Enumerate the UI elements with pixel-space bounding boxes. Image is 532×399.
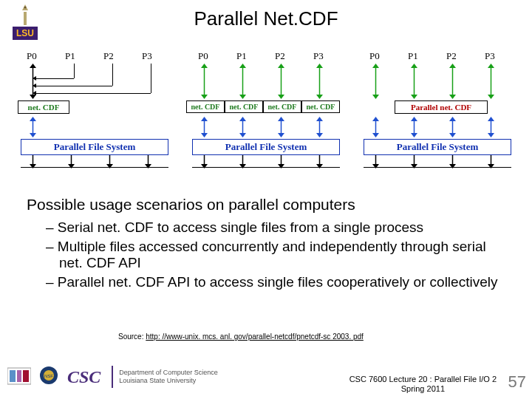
footer-logos: NSF CSC Department of Computer Science L…	[7, 365, 259, 395]
subheading: Possible usage scenarios on parallel com…	[27, 196, 355, 213]
source-link[interactable]: http: //www-unix. mcs. anl. gov/parallel…	[146, 332, 364, 341]
svg-marker-39	[316, 117, 323, 121]
svg-marker-24	[239, 64, 246, 68]
csc-logo: CSC	[67, 367, 100, 387]
bullet-item: – Parallel net. CDF API to access single…	[46, 274, 507, 290]
netcdf-box: net. CDF	[186, 100, 225, 113]
footer-line1: CSC 7600 Lecture 20 : Parallel File I/O …	[349, 375, 497, 383]
dept-name: Department of Computer Science	[119, 369, 218, 376]
source-prefix: Source:	[118, 332, 146, 341]
svg-marker-7	[30, 117, 36, 121]
svg-marker-10	[30, 164, 36, 168]
svg-marker-63	[372, 133, 379, 137]
footer-text: CSC 7600 Lecture 20 : Parallel File I/O …	[349, 375, 497, 395]
proc-label: P0	[198, 50, 208, 62]
proc-label: P0	[369, 50, 380, 62]
svg-marker-18	[201, 64, 208, 68]
body-text: Possible usage scenarios on parallel com…	[27, 196, 507, 293]
svg-marker-25	[239, 95, 246, 99]
svg-marker-72	[488, 133, 494, 137]
svg-marker-56	[449, 64, 456, 68]
svg-marker-71	[488, 117, 494, 121]
proc-label: P3	[485, 50, 495, 62]
svg-marker-69	[449, 133, 456, 137]
svg-marker-78	[449, 164, 456, 168]
svg-marker-12	[68, 164, 75, 168]
svg-marker-48	[316, 164, 323, 168]
svg-rect-82	[10, 370, 16, 382]
svg-rect-84	[23, 370, 29, 382]
svg-marker-27	[239, 117, 246, 121]
slide: LSU Parallel Net.CDF P0P1P2P3net. CDFPar…	[0, 0, 532, 399]
svg-marker-19	[201, 95, 208, 99]
diagram: P0P1P2P3net. CDFParallel File SystemP0P1…	[13, 50, 519, 176]
svg-marker-68	[449, 117, 456, 121]
svg-marker-33	[278, 117, 284, 121]
svg-marker-54	[411, 95, 417, 99]
svg-marker-31	[278, 95, 284, 99]
proc-label: P0	[27, 50, 37, 62]
proc-label: P1	[236, 50, 247, 62]
footer-line2: Spring 2011	[401, 384, 445, 393]
svg-marker-65	[411, 117, 417, 121]
svg-marker-30	[278, 64, 284, 68]
svg-marker-36	[316, 64, 323, 68]
svg-marker-21	[201, 117, 208, 121]
svg-marker-44	[239, 164, 246, 168]
svg-marker-62	[372, 117, 379, 121]
svg-marker-37	[316, 95, 323, 99]
netcdf-box: net. CDF	[18, 100, 69, 114]
svg-marker-51	[372, 95, 379, 99]
cct-logo-icon	[7, 365, 31, 389]
svg-marker-53	[411, 64, 417, 68]
proc-label: P3	[313, 50, 324, 62]
proc-label: P1	[65, 50, 75, 62]
svg-marker-40	[316, 133, 323, 137]
svg-rect-83	[17, 370, 21, 382]
netcdf-box: net. CDF	[301, 100, 340, 113]
svg-marker-22	[201, 133, 208, 137]
pnetcdf-box: Parallel net. CDF	[395, 100, 488, 114]
svg-marker-59	[488, 64, 494, 68]
page-title: Parallel Net.CDF	[0, 7, 532, 30]
svg-marker-42	[201, 164, 208, 168]
svg-marker-66	[411, 133, 417, 137]
proc-label: P2	[103, 50, 114, 62]
proc-label: P3	[142, 50, 152, 62]
pfs-label: Parallel File System	[397, 141, 478, 152]
bullet-item: – Multiple files accessed concurrently a…	[46, 239, 507, 271]
svg-marker-76	[411, 164, 417, 168]
proc-label: P2	[275, 50, 285, 62]
nsf-logo-icon: NSF	[38, 365, 59, 389]
netcdf-box: net. CDF	[263, 100, 301, 113]
svg-marker-34	[278, 133, 284, 137]
svg-marker-60	[488, 95, 494, 99]
source-citation: Source: http: //www-unix. mcs. anl. gov/…	[118, 332, 364, 341]
bullet-list: – Serial net. CDF to access single files…	[46, 219, 507, 290]
bullet-item: – Serial net. CDF to access single files…	[46, 219, 507, 236]
svg-marker-16	[145, 164, 151, 168]
svg-marker-28	[239, 133, 246, 137]
page-number: 57	[508, 372, 526, 392]
netcdf-box: net. CDF	[225, 100, 263, 113]
svg-text:NSF: NSF	[44, 374, 53, 378]
svg-marker-50	[372, 64, 379, 68]
svg-marker-74	[372, 164, 379, 168]
svg-marker-14	[106, 164, 113, 168]
pfs-label: Parallel File System	[54, 141, 135, 152]
univ-name: Louisiana State University	[119, 377, 196, 384]
svg-marker-8	[30, 133, 36, 137]
proc-label: P1	[408, 50, 418, 62]
proc-label: P2	[446, 50, 457, 62]
pfs-label: Parallel File System	[225, 141, 307, 152]
svg-marker-4	[30, 64, 36, 68]
svg-marker-80	[488, 164, 494, 168]
svg-marker-46	[278, 164, 284, 168]
svg-marker-57	[449, 95, 456, 99]
